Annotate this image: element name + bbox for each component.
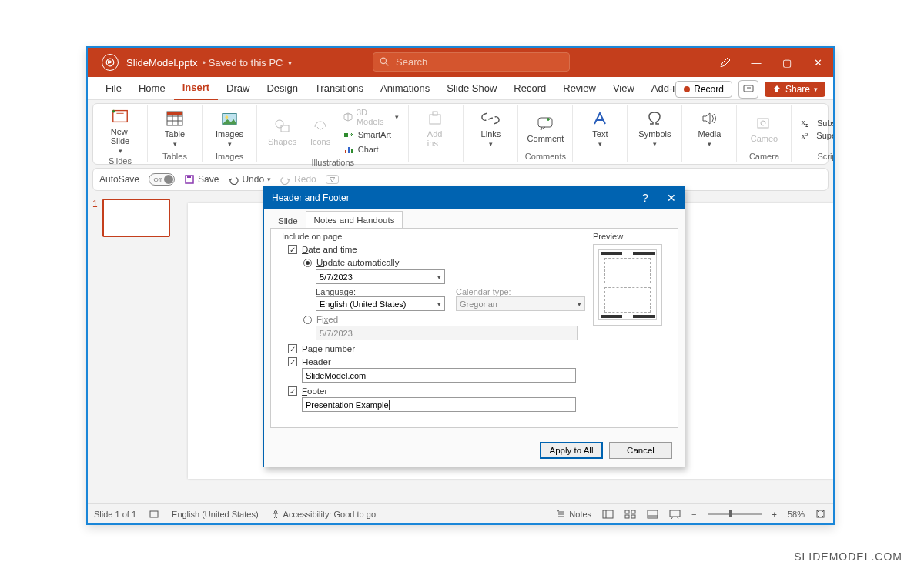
slide-index[interactable]: Slide 1 of 1 xyxy=(94,510,136,519)
cancel-button[interactable]: Cancel xyxy=(609,442,672,459)
svg-point-24 xyxy=(761,121,765,125)
update-auto-radio[interactable] xyxy=(303,259,312,267)
header-checkbox[interactable]: ✓ xyxy=(288,357,297,366)
spellcheck-icon[interactable] xyxy=(149,509,159,520)
tab-view[interactable]: View xyxy=(604,77,643,100)
chevron-down-icon[interactable]: ▾ xyxy=(288,59,292,67)
smartart-button[interactable]: SmartArt xyxy=(341,128,401,142)
cameo-button[interactable]: Cameo xyxy=(745,114,783,143)
save-button[interactable]: Save xyxy=(184,174,219,185)
view-slideshow-button[interactable] xyxy=(669,510,681,519)
3d-models-button[interactable]: 3D Models ▾ xyxy=(341,107,401,127)
symbols-button[interactable]: Symbols▾ xyxy=(635,109,674,148)
dialog-help-button[interactable]: ? xyxy=(632,187,658,209)
apply-to-all-button[interactable]: Apply to All xyxy=(540,442,603,459)
view-reading-button[interactable] xyxy=(647,510,658,519)
qat-overflow-button[interactable]: ▽ xyxy=(326,175,339,184)
tab-design[interactable]: Design xyxy=(258,77,306,100)
fit-to-window-button[interactable] xyxy=(815,509,825,519)
dialog-close-button[interactable]: ✕ xyxy=(658,187,685,209)
tab-home[interactable]: Home xyxy=(130,77,174,100)
addins-icon xyxy=(427,109,445,128)
pencil-icon[interactable] xyxy=(710,48,741,77)
footer-input[interactable]: Presentation Example xyxy=(302,397,576,412)
share-button[interactable]: Share▾ xyxy=(765,82,825,97)
slide-thumbnail-1[interactable] xyxy=(102,199,170,237)
zoom-level[interactable]: 58% xyxy=(788,510,805,519)
subscript-button[interactable]: x₂ Subscript xyxy=(799,116,835,129)
undo-button[interactable]: Undo▾ xyxy=(228,174,271,185)
dialog-tab-slide[interactable]: Slide xyxy=(270,212,306,229)
fixed-radio[interactable] xyxy=(303,316,312,324)
fixed-date-input: 5/7/2023 xyxy=(316,326,578,340)
preview-thumbnail xyxy=(593,244,662,326)
table-button[interactable]: Table▾ xyxy=(156,109,194,148)
minimize-button[interactable]: — xyxy=(741,48,772,77)
statusbar: Slide 1 of 1 English (United States) Acc… xyxy=(88,503,833,523)
chart-button[interactable]: Chart xyxy=(341,142,401,156)
tab-transitions[interactable]: Transitions xyxy=(306,77,372,100)
svg-point-1 xyxy=(380,58,386,63)
zoom-in-button[interactable]: + xyxy=(772,510,777,519)
save-status[interactable]: Saved to this PC xyxy=(209,57,283,69)
autosave-toggle[interactable]: Off xyxy=(149,173,175,186)
tab-slideshow[interactable]: Slide Show xyxy=(438,77,505,100)
auto-date-combo[interactable]: 5/7/2023▾ xyxy=(316,269,445,284)
slide-thumbnails-panel[interactable]: 1 xyxy=(88,191,188,503)
zoom-out-button[interactable]: − xyxy=(691,510,696,519)
shapes-button[interactable]: Shapes xyxy=(265,117,300,146)
preview-label: Preview xyxy=(593,232,670,241)
search-input[interactable]: Search xyxy=(373,52,570,72)
svg-rect-31 xyxy=(625,510,629,513)
ribbon: New Slide▾ Slides Table▾ Tables xyxy=(92,103,829,165)
new-slide-button[interactable]: New Slide▾ xyxy=(101,107,139,155)
dialog-tabs: Slide Notes and Handouts xyxy=(264,209,685,229)
dialog-tab-notes-handouts[interactable]: Notes and Handouts xyxy=(306,211,403,229)
dialog-title: Header and Footer xyxy=(272,192,350,203)
group-label-scripts: Scripts xyxy=(796,152,835,162)
group-label-illustrations: Illustrations xyxy=(262,158,403,169)
header-input[interactable]: SlideModel.com xyxy=(302,368,576,383)
date-time-checkbox[interactable]: ✓ xyxy=(288,245,297,254)
date-time-label: Date and time xyxy=(302,245,357,254)
media-button[interactable]: Media▾ xyxy=(690,109,728,148)
tab-draw[interactable]: Draw xyxy=(218,77,258,100)
present-mode-button[interactable] xyxy=(738,80,758,99)
addins-button[interactable]: Add- ins xyxy=(417,109,455,148)
language-status[interactable]: English (United States) xyxy=(172,510,259,519)
footer-checkbox[interactable]: ✓ xyxy=(288,386,297,396)
update-auto-label: Update automatically xyxy=(316,258,399,267)
tab-insert[interactable]: Insert xyxy=(174,77,218,100)
link-icon xyxy=(481,109,500,128)
save-icon xyxy=(184,174,195,185)
include-on-page-label: Include on page xyxy=(282,232,587,241)
links-button[interactable]: Links▾ xyxy=(471,109,510,148)
images-button[interactable]: Images▾ xyxy=(210,109,249,148)
maximize-button[interactable]: ▢ xyxy=(772,48,802,77)
redo-button[interactable]: Redo xyxy=(280,174,316,185)
svg-rect-35 xyxy=(648,510,658,518)
table-icon xyxy=(166,109,184,128)
comment-button[interactable]: Comment xyxy=(526,114,564,143)
tab-record[interactable]: Record xyxy=(505,77,554,100)
view-normal-button[interactable] xyxy=(602,510,614,519)
superscript-button[interactable]: x² Superscript xyxy=(799,130,835,141)
tab-animations[interactable]: Animations xyxy=(372,77,438,100)
zoom-slider[interactable] xyxy=(708,513,762,515)
tab-file[interactable]: File xyxy=(97,77,130,100)
document-filename[interactable]: SlideModel.pptx xyxy=(126,57,203,69)
accessibility-status[interactable]: Accessibility: Good to go xyxy=(271,510,376,519)
close-button[interactable]: ✕ xyxy=(802,48,833,77)
svg-rect-19 xyxy=(351,149,353,153)
view-sorter-button[interactable] xyxy=(624,510,636,519)
language-combo[interactable]: English (United States)▾ xyxy=(316,296,445,311)
tab-review[interactable]: Review xyxy=(554,77,604,100)
record-button[interactable]: Record xyxy=(675,81,732,98)
omega-icon xyxy=(645,109,664,128)
page-number-checkbox[interactable]: ✓ xyxy=(288,344,297,353)
undo-icon xyxy=(228,174,239,185)
icons-button[interactable]: Icons xyxy=(303,117,337,146)
record-dot-icon xyxy=(684,86,690,92)
notes-button[interactable]: Notes xyxy=(557,510,591,519)
text-button[interactable]: Text▾ xyxy=(581,109,619,148)
